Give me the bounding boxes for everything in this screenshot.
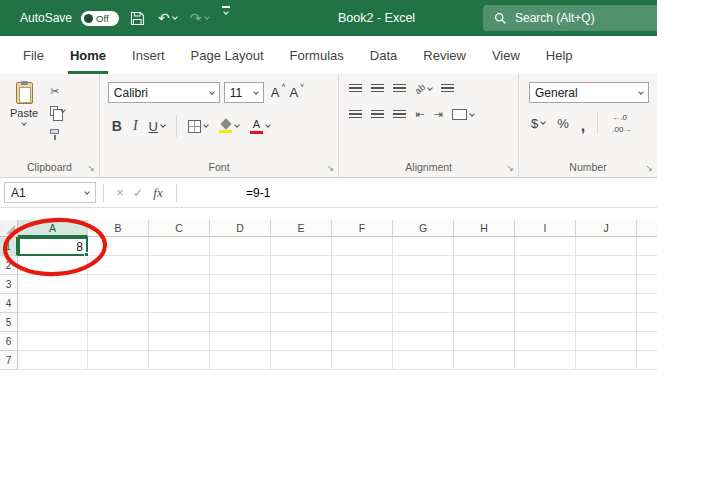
column-header-D[interactable]: D bbox=[210, 220, 271, 237]
tab-help[interactable]: Help bbox=[533, 36, 586, 74]
tab-formulas[interactable]: Formulas bbox=[277, 36, 357, 74]
cell-F1[interactable] bbox=[332, 237, 393, 256]
cell-G1[interactable] bbox=[393, 237, 454, 256]
wrap-text-icon[interactable] bbox=[441, 84, 454, 94]
cell-A7[interactable] bbox=[18, 351, 88, 370]
cell-I5[interactable] bbox=[515, 313, 576, 332]
cell-partial3[interactable] bbox=[637, 275, 657, 294]
tab-insert[interactable]: Insert bbox=[119, 36, 178, 74]
cell-E3[interactable] bbox=[271, 275, 332, 294]
column-header-G[interactable]: G bbox=[393, 220, 454, 237]
cell-A3[interactable] bbox=[18, 275, 88, 294]
align-left-icon[interactable] bbox=[349, 110, 362, 120]
cell-C1[interactable] bbox=[149, 237, 210, 256]
autosave-toggle[interactable]: Off bbox=[81, 11, 119, 26]
cell-C5[interactable] bbox=[149, 313, 210, 332]
cell-F6[interactable] bbox=[332, 332, 393, 351]
increase-decimal-button[interactable]: ←.0 bbox=[612, 113, 631, 122]
cell-B2[interactable] bbox=[88, 256, 149, 275]
align-top-icon[interactable] bbox=[349, 84, 362, 94]
cell-D1[interactable] bbox=[210, 237, 271, 256]
save-button[interactable] bbox=[128, 6, 147, 30]
cell-E7[interactable] bbox=[271, 351, 332, 370]
merge-center-button[interactable] bbox=[452, 109, 474, 120]
percent-style-button[interactable]: % bbox=[557, 116, 569, 131]
cell-G7[interactable] bbox=[393, 351, 454, 370]
cell-J4[interactable] bbox=[576, 294, 637, 313]
underline-button[interactable]: U bbox=[149, 119, 165, 134]
cell-F3[interactable] bbox=[332, 275, 393, 294]
cell-E4[interactable] bbox=[271, 294, 332, 313]
cell-C6[interactable] bbox=[149, 332, 210, 351]
column-header-I[interactable]: I bbox=[515, 220, 576, 237]
cell-G2[interactable] bbox=[393, 256, 454, 275]
cell-G5[interactable] bbox=[393, 313, 454, 332]
cell-J7[interactable] bbox=[576, 351, 637, 370]
cell-C4[interactable] bbox=[149, 294, 210, 313]
orientation-button[interactable]: ab bbox=[415, 84, 432, 94]
name-box[interactable]: A1 bbox=[4, 182, 96, 203]
decrease-font-size-button[interactable]: A˅ bbox=[286, 85, 301, 100]
enter-button[interactable]: ✓ bbox=[129, 186, 147, 200]
cell-I7[interactable] bbox=[515, 351, 576, 370]
cell-partial1[interactable] bbox=[637, 237, 657, 256]
insert-function-button[interactable]: fx bbox=[147, 185, 169, 201]
italic-button[interactable]: I bbox=[133, 118, 138, 134]
cell-B7[interactable] bbox=[88, 351, 149, 370]
cell-H5[interactable] bbox=[454, 313, 515, 332]
tab-data[interactable]: Data bbox=[357, 36, 410, 74]
align-bottom-icon[interactable] bbox=[393, 84, 406, 94]
active-cell-A1[interactable]: 8 bbox=[18, 237, 88, 256]
column-header-F[interactable]: F bbox=[332, 220, 393, 237]
row-header-2[interactable]: 2 bbox=[0, 256, 18, 275]
formula-input[interactable]: =9-1 bbox=[246, 186, 270, 200]
row-header-3[interactable]: 3 bbox=[0, 275, 18, 294]
cell-F5[interactable] bbox=[332, 313, 393, 332]
row-header-1[interactable]: 1 bbox=[0, 237, 18, 256]
cell-H7[interactable] bbox=[454, 351, 515, 370]
column-header-C[interactable]: C bbox=[149, 220, 210, 237]
redo-button[interactable]: ↷ bbox=[188, 6, 211, 30]
cell-G3[interactable] bbox=[393, 275, 454, 294]
tab-file[interactable]: File bbox=[10, 36, 57, 74]
bold-button[interactable]: B bbox=[112, 118, 122, 134]
paste-button[interactable]: Paste bbox=[10, 82, 38, 138]
tab-review[interactable]: Review bbox=[410, 36, 479, 74]
cell-F4[interactable] bbox=[332, 294, 393, 313]
cell-I1[interactable] bbox=[515, 237, 576, 256]
cell-D7[interactable] bbox=[210, 351, 271, 370]
cell-D5[interactable] bbox=[210, 313, 271, 332]
copy-button[interactable] bbox=[50, 104, 65, 118]
tab-view[interactable]: View bbox=[479, 36, 533, 74]
tab-page-layout[interactable]: Page Layout bbox=[178, 36, 277, 74]
row-header-5[interactable]: 5 bbox=[0, 313, 18, 332]
cell-F7[interactable] bbox=[332, 351, 393, 370]
column-header-A[interactable]: A bbox=[18, 220, 88, 237]
cell-partial5[interactable] bbox=[637, 313, 657, 332]
cell-C2[interactable] bbox=[149, 256, 210, 275]
undo-button[interactable]: ↶ bbox=[156, 6, 179, 30]
font-color-button[interactable]: A bbox=[250, 119, 270, 134]
column-header-B[interactable]: B bbox=[88, 220, 149, 237]
cell-F2[interactable] bbox=[332, 256, 393, 275]
cell-C7[interactable] bbox=[149, 351, 210, 370]
number-format-combobox[interactable]: General bbox=[529, 82, 649, 103]
font-dialog-launcher[interactable]: ↘ bbox=[327, 164, 335, 173]
number-dialog-launcher[interactable]: ↘ bbox=[645, 164, 653, 173]
cell-I2[interactable] bbox=[515, 256, 576, 275]
cell-B1[interactable] bbox=[88, 237, 149, 256]
cell-E2[interactable] bbox=[271, 256, 332, 275]
comma-style-button[interactable]: , bbox=[581, 115, 585, 131]
cell-I3[interactable] bbox=[515, 275, 576, 294]
cell-A4[interactable] bbox=[18, 294, 88, 313]
font-name-combobox[interactable]: Calibri bbox=[108, 82, 220, 103]
cell-partial7[interactable] bbox=[637, 351, 657, 370]
cell-C3[interactable] bbox=[149, 275, 210, 294]
customize-toolbar-button[interactable] bbox=[220, 6, 232, 30]
cell-H4[interactable] bbox=[454, 294, 515, 313]
cell-J3[interactable] bbox=[576, 275, 637, 294]
column-header-E[interactable]: E bbox=[271, 220, 332, 237]
cell-partial6[interactable] bbox=[637, 332, 657, 351]
cell-E6[interactable] bbox=[271, 332, 332, 351]
increase-indent-icon[interactable]: ⇥ bbox=[434, 108, 443, 121]
